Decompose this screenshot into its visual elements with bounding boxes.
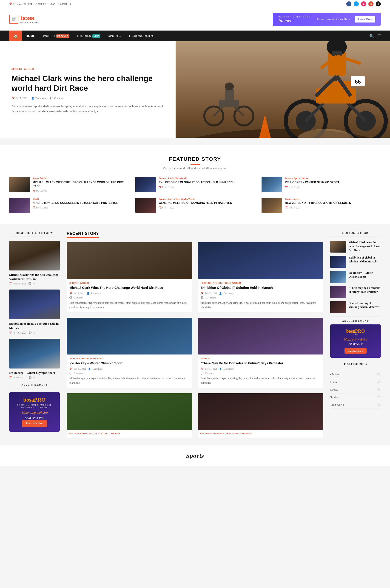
thumb-img-0	[9, 177, 30, 192]
featured-headline-0[interactable]: MICHAEL CLARK WINS THE HERO CHALLENGE WO…	[33, 180, 129, 188]
featured-thumb-5	[261, 198, 282, 213]
date-display: 📅 February 19, 2024	[9, 2, 32, 5]
sports-section-title: Sports	[9, 452, 381, 459]
instagram-icon[interactable]: ◉	[361, 1, 366, 6]
editors-item-4: General meeting of samsung held in Maldi…	[330, 301, 381, 313]
contact-link[interactable]: Contact Us	[58, 2, 71, 6]
menu-icon[interactable]: ☰	[378, 34, 381, 38]
logo-name: bosa	[20, 15, 38, 22]
cat-item-1[interactable]: Feature 6	[330, 378, 381, 386]
cat-count-1: 6	[376, 380, 381, 384]
nav-item-world[interactable]: WORLD Popular	[39, 31, 73, 41]
nav-right: 🔍 ☰	[369, 34, 381, 38]
cat-item-4[interactable]: Tech-world 2	[330, 401, 381, 409]
featured-date-1: 📅 Feb 17, 2021	[159, 186, 255, 188]
right-ad-btn[interactable]: Purchase Now	[344, 348, 366, 353]
editors-info-0: Michael Clark wins the hero challenge wo…	[349, 241, 381, 252]
featured-thumb-1	[135, 177, 156, 192]
featured-headline-4[interactable]: GENERAL MEETING OF SAMSUNG HELD IN MALDI…	[159, 201, 255, 205]
recent-excerpt-2: Molestiae aperiam. Aperiam, fringilla, r…	[69, 376, 190, 385]
thumb-img-4	[135, 198, 156, 213]
more-icon[interactable]: ⊕	[376, 1, 381, 6]
editors-item-3: "There may be no consoles in future" say…	[330, 286, 381, 298]
highlighted-title: HIGHLIGHTED STORY	[9, 231, 60, 237]
cal-icon: 📅	[201, 368, 203, 370]
banner-learn-btn[interactable]: Learn More	[355, 16, 375, 23]
user-icon: 👤	[31, 97, 35, 100]
recent-card-meta-0: 📅 Oct 7, 2021 👤 Demoteam	[69, 292, 190, 295]
right-ad-title: ADVERTISEMENT	[330, 316, 381, 324]
featured-item-4: Feature, Stories, Tech-World, World GENE…	[135, 198, 255, 213]
logo[interactable]: 📰 bosa NEWS BLOG	[9, 15, 38, 24]
thumb-img-2	[261, 177, 282, 192]
user-icon: 👤	[88, 368, 91, 370]
nav-item-tech[interactable]: TECH-WORLD ▾	[125, 31, 157, 41]
featured-date-0: 📅 Oct 7, 2021	[33, 190, 129, 192]
search-icon[interactable]: 🔍	[369, 34, 374, 38]
featured-info-0: Sports, World MICHAEL CLARK WINS THE HER…	[33, 177, 129, 192]
bottom-card-info-0: FEATURE · STORIES · TECH-WORLD · WORLD	[67, 430, 192, 438]
ad-purchase-btn[interactable]: Purchase Now	[22, 420, 47, 427]
nav-item-sports[interactable]: SPORTS	[104, 31, 124, 41]
editors-info-1: Exhibition of global IT solution held in…	[349, 256, 381, 264]
recent-card-title-0[interactable]: Michael Clark Wins The Hero Challenge Wo…	[69, 286, 190, 290]
hero-image: 66	[176, 41, 390, 138]
featured-headline-1[interactable]: EXHIBITION OF GLOBAL IT SOLUTION HELD IN…	[159, 180, 255, 184]
shop-link[interactable]: Shop	[49, 2, 55, 6]
google-icon[interactable]: G	[368, 1, 373, 6]
featured-cats-5: Choice, Sports	[285, 198, 381, 200]
cat-name-0: Choice	[330, 373, 339, 376]
editors-info-3: "There may be no consoles in future" say…	[349, 286, 381, 294]
thumb-img-3	[9, 198, 30, 213]
twitter-icon[interactable]: t	[354, 1, 359, 6]
cal-icon: 📅	[9, 376, 12, 379]
editors-info-4: General meeting of samsung held in Maldi…	[349, 301, 381, 309]
recent-card-1: FEATURE · STORIES · TECH-WORLD Exhibitio…	[198, 242, 324, 312]
cat-count-3: 3	[376, 395, 381, 399]
calendar-icon: 📅	[11, 97, 15, 100]
cat-count-0: 5	[376, 373, 381, 376]
nav-left: 🏠 HOME WORLD Popular STORIES New SPORTS …	[9, 31, 157, 41]
hero-tag-world[interactable]: WORLD	[24, 68, 34, 70]
featured-thumb-4	[135, 198, 156, 213]
featured-info-4: Feature, Stories, Tech-World, World GENE…	[159, 198, 255, 209]
featured-headline-2[interactable]: ICE HOCKEY – WINTER OLYMPIC SPORT	[285, 180, 381, 184]
editors-headline-0[interactable]: Michael Clark wins the hero challenge wo…	[349, 241, 381, 252]
cal-icon: 📅	[285, 206, 288, 209]
editors-headline-1[interactable]: Exhibition of global IT solution held in…	[349, 256, 381, 264]
section-header: FEATURED STORY Corporis commodo eligendi…	[9, 156, 381, 170]
nav-item-home[interactable]: HOME	[22, 31, 39, 41]
editors-item-0: Michael Clark wins the hero challenge wo…	[330, 241, 381, 253]
facebook-icon[interactable]: f	[346, 1, 351, 6]
cat-item-3[interactable]: Stories 3	[330, 393, 381, 401]
comment-icon: 💬	[29, 332, 32, 334]
featured-item-1: Feature, Stories, Tech-World EXHIBITION …	[135, 177, 255, 192]
hero-date: 📅 Oct 7, 2021	[11, 97, 28, 100]
highlight-title-1[interactable]: Exhibition of global IT solution held in…	[9, 322, 60, 330]
highlight-title-2[interactable]: Ice Hockey – Winter Olympic Sport	[9, 371, 60, 375]
highlight-title-0[interactable]: Michael Clark wins the hero challenge wo…	[9, 273, 60, 281]
featured-info-1: Feature, Stories, Tech-World EXHIBITION …	[159, 177, 255, 188]
editors-headline-4[interactable]: General meeting of samsung held in Maldi…	[349, 301, 381, 309]
editors-headline-2[interactable]: Ice Hockey – Winter Olympic Sport	[349, 271, 381, 279]
featured-headline-3[interactable]: "THERE MAY BE NO CONSOLES IN FUTURE" SAY…	[33, 201, 129, 205]
hero-tag-sports[interactable]: SPORTS	[11, 68, 22, 70]
recent-cats-2: FEATURE · SPORTS · STORIES	[69, 357, 190, 360]
nav-item-stories[interactable]: STORIES New	[74, 31, 104, 41]
editors-headline-3[interactable]: "There may be no consoles in future" say…	[349, 286, 381, 294]
recent-card-title-3[interactable]: "There May Be No Consoles In Future" Say…	[201, 361, 321, 366]
about-link[interactable]: About Us	[36, 2, 46, 6]
comment-icon: 💬	[69, 372, 72, 374]
cat-item-0[interactable]: Choice 5	[330, 371, 381, 378]
sports-section-footer: Sports	[0, 445, 390, 466]
featured-date-5: 📅 Feb 17, 2021	[285, 206, 381, 209]
header: 📰 bosa NEWS BLOG Banner Advertisement Ba…	[0, 8, 390, 31]
featured-headline-5[interactable]: NEW JERSEY DIRT BIKE COMPETITION RESULTS	[285, 201, 381, 205]
comment-icon: 💬	[69, 296, 72, 299]
home-nav-btn[interactable]: 🏠	[9, 31, 22, 41]
highlight-img-2	[9, 339, 60, 368]
recent-card-title-1[interactable]: Exhibition Of Global IT Solution Held In…	[201, 286, 321, 290]
cat-item-2[interactable]: Sports 3	[330, 386, 381, 393]
recent-img-1	[198, 242, 324, 279]
recent-card-title-2[interactable]: Ice Hockey – Winter Olympic Sport	[69, 361, 190, 366]
